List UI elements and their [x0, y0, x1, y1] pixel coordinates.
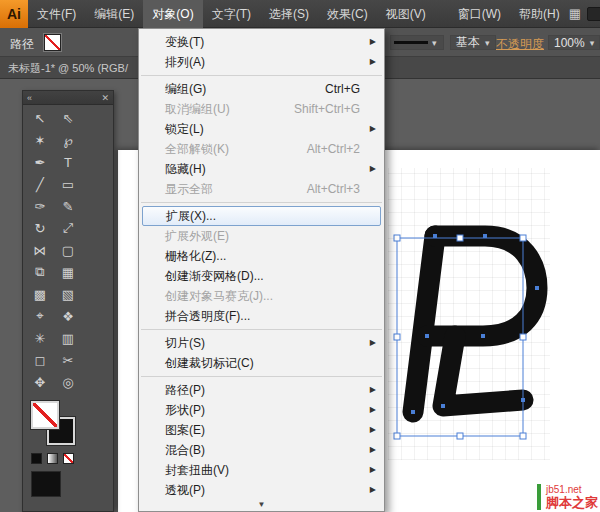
drawing-mode-button[interactable] — [31, 471, 61, 497]
menu-item-label: 隐藏(H) — [165, 162, 206, 176]
menu-item-9[interactable]: 扩展(X)... — [142, 206, 381, 226]
menu-separator — [141, 329, 382, 330]
type-tool[interactable]: T — [54, 151, 82, 173]
app-logo: Ai — [0, 0, 28, 28]
direct-selection-tool[interactable]: ⇖ — [54, 107, 82, 129]
menubar-item-1[interactable]: 文件(F) — [28, 0, 85, 28]
graphic-style-dropdown[interactable]: 基本 ▾ — [450, 35, 496, 50]
eyedropper-tool-icon: ⌖ — [36, 308, 43, 324]
menu-item-12[interactable]: 创建渐变网格(D)... — [139, 266, 384, 286]
submenu-arrow-icon: ▶ — [370, 52, 376, 72]
free-transform-tool-icon: ▢ — [62, 243, 74, 258]
menu-item-label: 取消编组(U) — [165, 102, 230, 116]
control-bar-right: ▾ 基本 ▾ 不透明度 100% ▾ — [388, 28, 600, 56]
width-tool[interactable]: ⋈ — [26, 239, 54, 261]
selected-artwork[interactable] — [383, 212, 551, 457]
pencil-tool[interactable]: ✎ — [54, 195, 82, 217]
menu-item-shortcut: Ctrl+G — [325, 79, 360, 99]
menu-item-14[interactable]: 拼合透明度(F)... — [139, 306, 384, 326]
menu-item-18[interactable]: 形状(P)▶ — [139, 400, 384, 420]
fill-none-swatch[interactable] — [44, 34, 61, 51]
color-button[interactable] — [31, 453, 42, 464]
menu-item-13: 创建对象马赛克(J)... — [139, 286, 384, 306]
tools-grid: ↖⇖✶℘✒T╱▭✑✎↻⤢⋈▢⧉▦▩▧⌖❖✳▥◻✂✥◎ — [23, 105, 113, 393]
lasso-tool[interactable]: ℘ — [54, 129, 82, 151]
menu-item-label: 显示全部 — [165, 182, 213, 196]
free-transform-tool[interactable]: ▢ — [54, 239, 82, 261]
menu-item-6: 全部解锁(K)Alt+Ctrl+2 — [139, 139, 384, 159]
menu-item-2[interactable]: 排列(A)▶ — [139, 52, 384, 72]
workspace-switcher-icon[interactable]: ▦ — [569, 6, 581, 21]
menu-item-label: 拼合透明度(F)... — [165, 309, 250, 323]
line-segment-tool[interactable]: ╱ — [26, 173, 54, 195]
menu-item-19[interactable]: 图案(E)▶ — [139, 420, 384, 440]
hand-tool[interactable]: ✥ — [26, 371, 54, 393]
rectangle-tool-icon: ▭ — [62, 177, 74, 192]
rectangle-tool[interactable]: ▭ — [54, 173, 82, 195]
opacity-value-dropdown[interactable]: 100% ▾ — [548, 35, 600, 50]
menu-item-label: 创建裁切标记(C) — [165, 356, 254, 370]
artboard-tool[interactable]: ◻ — [26, 349, 54, 371]
stroke-preview-icon — [394, 41, 428, 44]
menu-item-17[interactable]: 路径(P)▶ — [139, 380, 384, 400]
blend-tool[interactable]: ❖ — [54, 305, 82, 327]
menubar-item-3[interactable]: 对象(O) — [143, 0, 202, 28]
menubar-item-2[interactable]: 编辑(E) — [85, 0, 143, 28]
submenu-arrow-icon: ▶ — [370, 440, 376, 460]
magic-wand-tool[interactable]: ✶ — [26, 129, 54, 151]
column-graph-tool[interactable]: ▥ — [54, 327, 82, 349]
menubar-item-9[interactable]: 帮助(H) — [510, 0, 569, 28]
perspective-grid-tool[interactable]: ▦ — [54, 261, 82, 283]
none-button[interactable] — [63, 453, 74, 464]
menu-item-7[interactable]: 隐藏(H)▶ — [139, 159, 384, 179]
gradient-button[interactable] — [47, 453, 58, 464]
document-title[interactable]: 未标题-1* @ 50% (RGB/ — [0, 57, 130, 79]
menubar-item-8[interactable]: 窗口(W) — [449, 0, 510, 28]
menu-item-label: 栅格化(Z)... — [165, 249, 226, 263]
gradient-tool[interactable]: ▧ — [54, 283, 82, 305]
slice-tool[interactable]: ✂ — [54, 349, 82, 371]
menu-item-22[interactable]: 透视(P)▶ — [139, 480, 384, 500]
menubar-item-6[interactable]: 效果(C) — [318, 0, 377, 28]
menu-item-label: 切片(S) — [165, 336, 205, 350]
scale-tool[interactable]: ⤢ — [54, 217, 82, 239]
menu-item-1[interactable]: 变换(T)▶ — [139, 32, 384, 52]
menu-item-5[interactable]: 锁定(L)▶ — [139, 119, 384, 139]
submenu-arrow-icon: ▶ — [370, 460, 376, 480]
menu-item-15[interactable]: 切片(S)▶ — [139, 333, 384, 353]
selection-tool[interactable]: ↖ — [26, 107, 54, 129]
stroke-width-dropdown[interactable]: ▾ — [390, 35, 444, 50]
symbol-sprayer-tool[interactable]: ✳ — [26, 327, 54, 349]
close-icon[interactable]: ✕ — [101, 93, 109, 103]
collapse-panel-icon[interactable]: « — [27, 93, 32, 103]
selection-tool-icon: ↖ — [35, 111, 46, 126]
menubar-item-4[interactable]: 文字(T) — [203, 0, 260, 28]
zoom-tool[interactable]: ◎ — [54, 371, 82, 393]
pen-tool[interactable]: ✒ — [26, 151, 54, 173]
menu-item-20[interactable]: 混合(B)▶ — [139, 440, 384, 460]
menu-item-16[interactable]: 创建裁切标记(C) — [139, 353, 384, 373]
menu-separator — [141, 376, 382, 377]
menubar-item-7[interactable]: 视图(V) — [377, 0, 435, 28]
shape-builder-tool[interactable]: ⧉ — [26, 261, 54, 283]
menu-scroll-down-icon[interactable]: ▼ — [139, 500, 384, 510]
menu-item-21[interactable]: 封套扭曲(V)▶ — [139, 460, 384, 480]
panel-dock-icon[interactable] — [587, 7, 600, 21]
menu-item-shortcut: Shift+Ctrl+G — [294, 99, 360, 119]
menubar-item-5[interactable]: 选择(S) — [260, 0, 318, 28]
menu-item-3[interactable]: 编组(G)Ctrl+G — [139, 79, 384, 99]
paintbrush-tool[interactable]: ✑ — [26, 195, 54, 217]
mesh-tool[interactable]: ▩ — [26, 283, 54, 305]
menu-item-label: 扩展(X)... — [166, 209, 216, 223]
submenu-arrow-icon: ▶ — [370, 32, 376, 52]
menu-item-11[interactable]: 栅格化(Z)... — [139, 246, 384, 266]
line-segment-tool-icon: ╱ — [36, 177, 44, 192]
rotate-tool[interactable]: ↻ — [26, 217, 54, 239]
menu-item-label: 创建对象马赛克(J)... — [165, 289, 273, 303]
opacity-link[interactable]: 不透明度 — [496, 36, 544, 53]
menu-item-shortcut: Alt+Ctrl+2 — [307, 139, 360, 159]
fill-color-swatch[interactable] — [31, 401, 59, 429]
menu-item-10: 扩展外观(E) — [139, 226, 384, 246]
eyedropper-tool[interactable]: ⌖ — [26, 305, 54, 327]
mesh-tool-icon: ▩ — [34, 287, 46, 302]
